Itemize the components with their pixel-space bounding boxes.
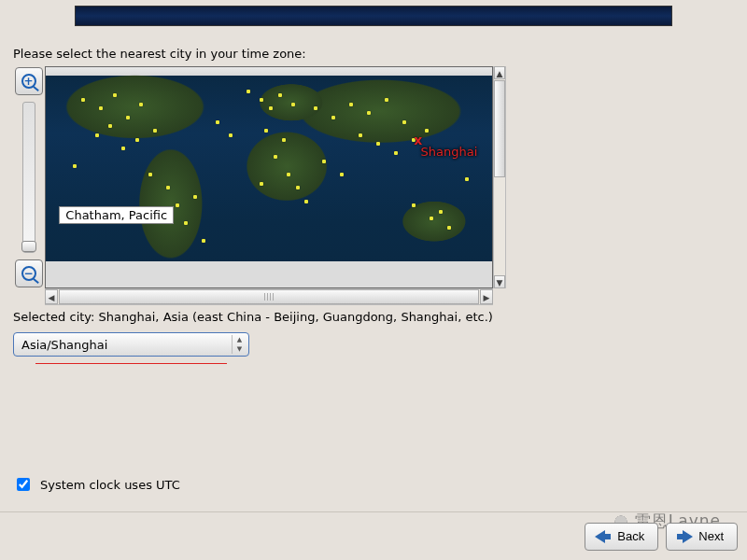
combobox-spinner[interactable]: ▲ ▼: [232, 335, 247, 354]
timezone-map-area: x Shanghai Chatham, Pacific ▲ ▼ ◀ ▶: [13, 66, 506, 305]
scroll-up-icon[interactable]: ▲: [494, 66, 505, 79]
selected-city-label: Shanghai: [421, 145, 478, 159]
zoom-controls: [13, 66, 44, 288]
utc-checkbox[interactable]: [17, 478, 30, 491]
timezone-combobox-value: Asia/Shanghai: [21, 338, 107, 352]
zoom-in-icon: [21, 74, 36, 89]
map-vertical-scrollbar[interactable]: ▲ ▼: [493, 66, 506, 288]
next-button[interactable]: Next: [666, 523, 738, 551]
zoom-out-button[interactable]: [15, 259, 43, 287]
hover-city-tooltip: Chatham, Pacific: [59, 206, 174, 224]
vscroll-thumb[interactable]: [494, 80, 505, 177]
chevron-up-icon: ▲: [233, 335, 247, 344]
zoom-out-icon: [21, 266, 36, 281]
world-map[interactable]: x Shanghai Chatham, Pacific: [45, 66, 493, 288]
map-scroll-pane: x Shanghai Chatham, Pacific ▲ ▼ ◀ ▶: [45, 66, 506, 305]
zoom-slider-thumb[interactable]: [21, 241, 36, 252]
map-horizontal-scrollbar[interactable]: ◀ ▶: [45, 288, 493, 305]
dropdown-underline: [35, 363, 227, 364]
selected-city-text: Selected city: Shanghai, Asia (east Chin…: [13, 310, 493, 324]
back-button[interactable]: Back: [585, 523, 658, 551]
timezone-combobox[interactable]: Asia/Shanghai ▲ ▼: [13, 332, 249, 357]
chevron-down-icon: ▼: [233, 344, 247, 354]
next-button-label: Next: [698, 529, 724, 543]
header-band: [75, 6, 672, 26]
timezone-prompt: Please select the nearest city in your t…: [13, 47, 306, 61]
zoom-in-button[interactable]: [15, 67, 43, 95]
footer-nav: Back Next: [0, 511, 747, 560]
arrow-right-icon: [676, 530, 693, 543]
utc-checkbox-row[interactable]: System clock uses UTC: [13, 475, 180, 494]
scroll-right-icon[interactable]: ▶: [480, 289, 493, 304]
utc-checkbox-label: System clock uses UTC: [40, 478, 180, 492]
scroll-left-icon[interactable]: ◀: [45, 289, 58, 304]
hscroll-thumb[interactable]: [59, 289, 479, 304]
arrow-left-icon: [595, 530, 612, 543]
zoom-slider[interactable]: [22, 102, 35, 253]
scroll-down-icon[interactable]: ▼: [494, 275, 505, 288]
back-button-label: Back: [617, 529, 644, 543]
